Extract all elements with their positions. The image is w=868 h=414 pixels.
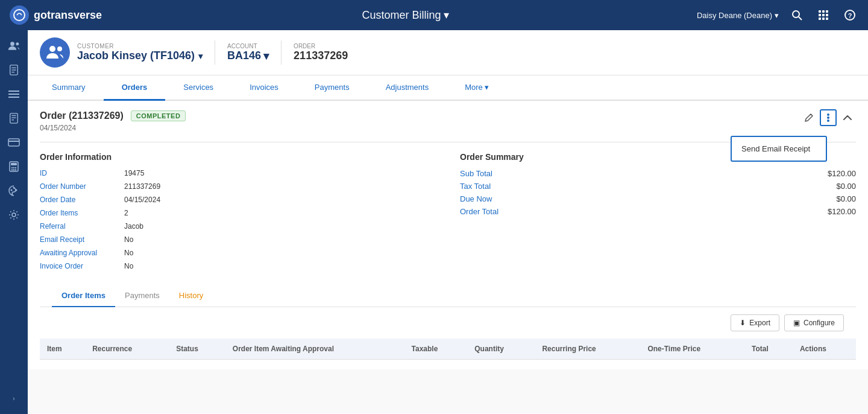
help-icon[interactable]: ? — [841, 7, 858, 24]
sidebar-item-settings[interactable] — [3, 204, 25, 226]
export-icon: ⬇ — [740, 319, 746, 327]
grid-icon[interactable] — [815, 7, 832, 24]
account-value[interactable]: BA146 ▾ — [227, 49, 269, 63]
svg-point-45 — [827, 119, 829, 122]
tab-services[interactable]: Services — [165, 75, 231, 101]
collapse-button[interactable] — [839, 109, 856, 126]
subtab-payments[interactable]: Payments — [115, 285, 169, 307]
kebab-menu-button[interactable] — [820, 109, 837, 126]
svg-point-32 — [13, 167, 14, 168]
tab-adjustments[interactable]: Adjustments — [368, 75, 447, 101]
svg-rect-30 — [11, 163, 17, 165]
order-info-grid: Order Information ID 19475 Order Number … — [40, 142, 856, 275]
referral-label: Referral — [40, 222, 124, 231]
svg-point-33 — [15, 167, 16, 168]
svg-point-39 — [16, 189, 17, 191]
sidebar-item-info[interactable] — [3, 107, 25, 129]
sidebar-expand[interactable]: › — [3, 392, 25, 404]
info-row-referral: Referral Jacob — [40, 222, 436, 231]
status-badge: COMPLETED — [131, 110, 186, 121]
order-info-title: Order Information — [40, 152, 436, 162]
summary-row-subtotal: Sub Total $120.00 — [460, 169, 856, 178]
sidebar-item-list[interactable] — [3, 83, 25, 105]
order-summary-section: Order Summary Sub Total $120.00 Tax Tota… — [460, 152, 856, 275]
logo-icon — [10, 5, 29, 25]
email-receipt-label: Email Receipt — [40, 235, 124, 244]
user-menu[interactable]: Daisy Deane (Deane) ▾ — [697, 11, 779, 20]
awaiting-approval-value: No — [124, 249, 133, 257]
svg-point-44 — [827, 116, 829, 119]
tab-summary[interactable]: Summary — [34, 75, 104, 101]
order-items-table: Item Recurrence Status Order Item Awaiti… — [40, 339, 856, 360]
svg-line-2 — [799, 17, 802, 20]
svg-rect-7 — [822, 14, 825, 16]
info-row-order-date: Order Date 04/15/2024 — [40, 196, 436, 204]
header-divider-1 — [215, 40, 215, 65]
customer-dropdown-arrow[interactable]: ▾ — [198, 51, 203, 61]
col-status: Status — [169, 339, 225, 360]
svg-point-15 — [16, 42, 19, 45]
tab-orders[interactable]: Orders — [104, 75, 166, 101]
table-toolbar: ⬇ Export ▣ Configure — [40, 307, 856, 339]
col-item: Item — [40, 339, 85, 360]
svg-point-35 — [13, 169, 14, 170]
app-logo[interactable]: gotransverse — [10, 5, 102, 25]
tab-more[interactable]: More ▾ — [447, 75, 507, 101]
top-nav: gotransverse Customer Billing ▾ Daisy De… — [0, 0, 868, 30]
layout: › CUSTOMER Jacob Kinsey (TF1046) ▾ — [0, 30, 868, 414]
email-receipt-value: No — [124, 235, 133, 244]
table-header-row: Item Recurrence Status Order Item Awaiti… — [40, 339, 856, 360]
nav-title[interactable]: Customer Billing ▾ — [362, 8, 449, 22]
search-icon[interactable] — [788, 7, 805, 24]
order-actions: Send Email Receipt — [800, 109, 856, 126]
order-section: ORDER 211337269 — [294, 43, 348, 62]
sidebar-item-calculator[interactable] — [3, 156, 25, 177]
export-label: Export — [749, 319, 770, 327]
summary-row-due-now: Due Now $0.00 — [460, 194, 856, 203]
tab-invoices[interactable]: Invoices — [231, 75, 297, 101]
send-email-receipt-option[interactable]: Send Email Receipt — [732, 139, 826, 158]
order-number-value: 211337269 — [124, 182, 160, 191]
customer-info: CUSTOMER Jacob Kinsey (TF1046) ▾ — [77, 43, 203, 62]
order-label: ORDER — [294, 43, 348, 49]
svg-point-34 — [11, 169, 13, 170]
svg-point-41 — [49, 46, 55, 52]
order-panel: Order (211337269) COMPLETED 04/15/2024 — [28, 101, 868, 369]
col-recurring-price: Recurring Price — [535, 339, 640, 360]
configure-button[interactable]: ▣ Configure — [784, 314, 844, 331]
order-number-label: Order Number — [40, 182, 124, 191]
edit-button[interactable] — [800, 109, 817, 126]
order-header: Order (211337269) COMPLETED — [40, 110, 856, 121]
sidebar-item-palette[interactable] — [3, 180, 25, 202]
sidebar-item-documents[interactable] — [3, 59, 25, 81]
svg-rect-6 — [819, 14, 821, 16]
order-information-section: Order Information ID 19475 Order Number … — [40, 152, 436, 275]
col-taxable: Taxable — [404, 339, 468, 360]
customer-label: CUSTOMER — [77, 43, 203, 49]
customer-header: CUSTOMER Jacob Kinsey (TF1046) ▾ ACCOUNT… — [28, 30, 868, 75]
tax-value: $0.00 — [836, 182, 856, 191]
svg-point-38 — [13, 187, 15, 189]
tab-payments[interactable]: Payments — [297, 75, 368, 101]
col-awaiting-approval: Order Item Awaiting Approval — [225, 339, 404, 360]
col-quantity: Quantity — [467, 339, 535, 360]
order-total-value: $120.00 — [828, 207, 856, 216]
order-date-label: Order Date — [40, 196, 124, 204]
export-button[interactable]: ⬇ Export — [731, 314, 779, 331]
svg-rect-27 — [8, 139, 19, 146]
svg-point-37 — [11, 189, 13, 191]
account-dropdown-arrow[interactable]: ▾ — [263, 49, 269, 63]
subtab-history[interactable]: History — [169, 285, 213, 307]
sidebar-item-card[interactable] — [3, 132, 25, 153]
referral-value: Jacob — [124, 222, 143, 231]
customer-name[interactable]: Jacob Kinsey (TF1046) ▾ — [77, 49, 203, 62]
invoice-order-label: Invoice Order — [40, 262, 124, 270]
info-row-awaiting-approval: Awaiting Approval No — [40, 249, 436, 257]
svg-point-42 — [57, 46, 62, 51]
svg-point-43 — [827, 113, 829, 116]
svg-point-31 — [11, 167, 13, 168]
order-number: 211337269 — [294, 49, 348, 62]
sidebar-item-users[interactable] — [3, 35, 25, 57]
subtab-order-items[interactable]: Order Items — [52, 285, 115, 307]
info-row-email-receipt: Email Receipt No — [40, 235, 436, 244]
